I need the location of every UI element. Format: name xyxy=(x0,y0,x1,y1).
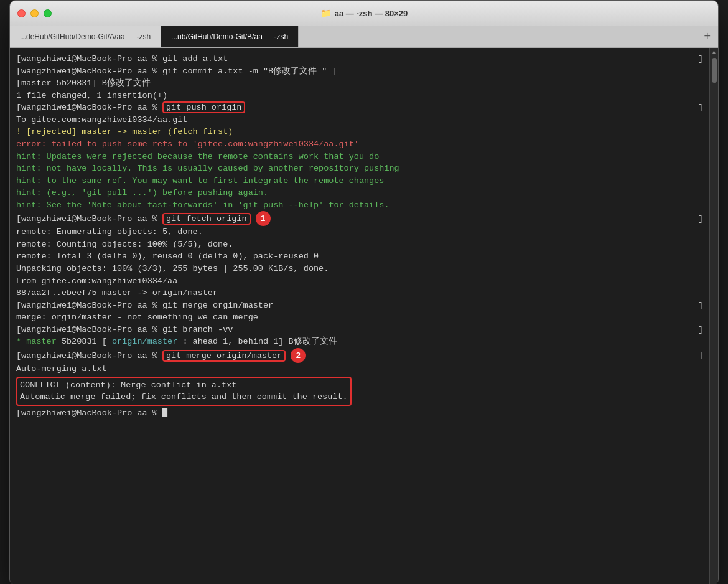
branch-line: * master 5b20831 [ origin/master : ahead… xyxy=(16,336,703,348)
terminal-output[interactable]: [wangzhiwei@MacBook-Pro aa % git add a.t… xyxy=(10,48,709,584)
terminal-line: [wangzhiwei@MacBook-Pro aa % git merge o… xyxy=(16,299,703,312)
terminal-line: remote: Total 3 (delta 0), reused 0 (del… xyxy=(16,250,703,263)
terminal-line: From gitee.com:wangzhiwei0334/aa xyxy=(16,275,703,288)
terminal-line: 1 file changed, 1 insertion(+) xyxy=(16,90,703,102)
step-badge-1: 1 xyxy=(256,211,271,226)
terminal-line: remote: Counting objects: 100% (5/5), do… xyxy=(16,238,703,251)
maximize-button[interactable] xyxy=(44,9,52,17)
new-tab-button[interactable]: + xyxy=(696,26,718,47)
hint-line: hint: not have locally. This is usually … xyxy=(16,162,703,175)
terminal-line: Unpacking objects: 100% (3/3), 255 bytes… xyxy=(16,263,703,275)
folder-icon: 📁 xyxy=(320,8,331,18)
terminal-line: [wangzhiwei@MacBook-Pro aa % █ xyxy=(16,407,703,420)
scrollbar-thumb[interactable] xyxy=(712,58,717,83)
titlebar: 📁 aa — -zsh — 80×29 xyxy=(10,1,718,26)
tabs-bar: ...deHub/GitHub/Demo-Git/A/aa — -zsh ...… xyxy=(10,26,718,48)
window-title: 📁 aa — -zsh — 80×29 xyxy=(320,8,408,18)
terminal-line: [wangzhiwei@MacBook-Pro aa % git branch … xyxy=(16,324,703,336)
tab-a[interactable]: ...deHub/GitHub/Demo-Git/A/aa — -zsh xyxy=(10,26,161,47)
git-push-command: git push origin xyxy=(162,101,246,113)
git-push-line: [wangzhiwei@MacBook-Pro aa % git push or… xyxy=(16,101,703,114)
terminal-line: ! [rejected] master -> master (fetch fir… xyxy=(16,126,703,138)
tab-b[interactable]: ...ub/GitHub/Demo-Git/B/aa — -zsh xyxy=(161,26,299,47)
terminal-line: To gitee.com:wangzhiwei0334/aa.git xyxy=(16,114,703,126)
terminal-window: 📁 aa — -zsh — 80×29 ...deHub/GitHub/Demo… xyxy=(9,0,719,584)
error-line: error: failed to push some refs to 'gite… xyxy=(16,138,703,151)
git-merge-line: [wangzhiwei@MacBook-Pro aa % git merge o… xyxy=(16,348,703,363)
terminal-line: Auto-merging a.txt xyxy=(16,363,703,375)
terminal-line: [master 5b20831] B修改了文件 xyxy=(16,77,703,90)
step-badge-2: 2 xyxy=(291,348,306,363)
close-button[interactable] xyxy=(17,9,26,17)
minimize-button[interactable] xyxy=(30,9,39,17)
git-fetch-command: git fetch origin xyxy=(162,213,251,225)
conflict-block: CONFLICT (content): Merge conflict in a.… xyxy=(16,375,703,407)
hint-line: hint: See the 'Note about fast-forwards'… xyxy=(16,199,703,212)
hint-line: hint: (e.g., 'git pull ...') before push… xyxy=(16,187,703,199)
git-merge-command: git merge origin/master xyxy=(162,350,286,362)
terminal-line: 887aa2f..ebeef75 master -> origin/master xyxy=(16,287,703,299)
terminal-line: merge: orgin/master - not something we c… xyxy=(16,311,703,324)
hint-line: hint: to the same ref. You may want to f… xyxy=(16,175,703,187)
terminal-line: [wangzhiwei@MacBook-Pro aa % git add a.t… xyxy=(16,53,703,65)
hint-line: hint: Updates were rejected because the … xyxy=(16,151,703,163)
git-fetch-line: [wangzhiwei@MacBook-Pro aa % git fetch o… xyxy=(16,211,703,226)
terminal-line: remote: Enumerating objects: 5, done. xyxy=(16,226,703,238)
scroll-up-icon[interactable]: ▲ xyxy=(711,49,717,55)
terminal-line: [wangzhiwei@MacBook-Pro aa % git commit … xyxy=(16,65,703,78)
scrollbar[interactable]: ▲ xyxy=(709,48,718,584)
traffic-lights xyxy=(17,9,52,17)
terminal-container: [wangzhiwei@MacBook-Pro aa % git add a.t… xyxy=(10,48,718,584)
